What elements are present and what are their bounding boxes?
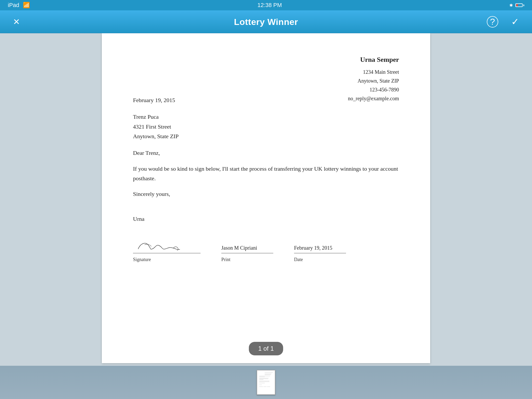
signature-area: Signature Jason M Cipriani Print Februar… [133, 239, 399, 263]
status-bar-right: ✱ [509, 3, 524, 8]
checkmark-icon: ✓ [511, 16, 519, 27]
nav-right-buttons: ? ✓ [484, 14, 522, 30]
main-content: Urna Semper 1234 Main Street Anytown, St… [0, 33, 532, 376]
close-icon: ✕ [13, 17, 20, 27]
device-label: iPad [8, 2, 19, 9]
salutation: Dear Trenz, [133, 148, 399, 157]
date-line-sig: February 19, 2015 [294, 240, 346, 253]
sig-label-signature: Signature [133, 256, 201, 263]
print-block: Jason M Cipriani Print [221, 240, 273, 263]
sender-email: no_reply@example.com [348, 94, 399, 103]
nav-title: Lottery Winner [234, 10, 298, 33]
signature-svg [133, 239, 190, 252]
sender-block: Urna Semper 1234 Main Street Anytown, St… [348, 54, 399, 103]
date-value: February 19, 2015 [294, 244, 332, 252]
status-bar-left: iPad 📶 [8, 2, 30, 9]
sender-phone: 123-456-7890 [348, 85, 399, 94]
nav-bar: ✕ Lottery Winner ? ✓ [0, 10, 532, 33]
status-bar: iPad 📶 12:38 PM ✱ [0, 0, 532, 10]
page-indicator-text: 1 of 1 [258, 345, 274, 352]
wifi-icon: 📶 [23, 2, 30, 9]
print-line: Jason M Cipriani [221, 240, 273, 253]
page-indicator: 1 of 1 [249, 342, 283, 355]
body-paragraph: If you would be so kind to sign below, I… [133, 164, 399, 183]
letter-body: February 19, 2015 Trenz Puca 4321 First … [133, 96, 399, 263]
print-value: Jason M Cipriani [221, 244, 257, 252]
document-wrapper: Urna Semper 1234 Main Street Anytown, St… [102, 33, 430, 363]
battery-icon [515, 3, 524, 7]
thumbnail-strip [0, 366, 532, 399]
thumbnail-mini [258, 371, 274, 393]
help-button[interactable]: ? [484, 14, 501, 30]
recipient-name: Trenz Puca [133, 112, 399, 122]
bluetooth-icon: ✱ [509, 3, 513, 8]
close-button[interactable]: ✕ [10, 14, 23, 29]
signature-block: Signature [133, 239, 201, 263]
date-block: February 19, 2015 Date [294, 240, 346, 263]
help-icon: ? [487, 16, 498, 28]
sender-name-closing: Urna [133, 214, 399, 223]
thumbnail-page-1[interactable] [257, 370, 275, 395]
sig-label-date: Date [294, 256, 346, 263]
status-time: 12:38 PM [257, 2, 282, 9]
sig-label-print: Print [221, 256, 273, 263]
closing: Sincerely yours, Urna [133, 189, 399, 223]
recipient-address2: Anytown, State ZIP [133, 131, 399, 141]
signature-line [133, 239, 201, 253]
sender-name: Urna Semper [348, 54, 399, 65]
sender-address-line1: 1234 Main Street [348, 68, 399, 76]
closing-text: Sincerely yours, [133, 189, 399, 198]
done-button[interactable]: ✓ [509, 14, 522, 30]
recipient-address1: 4321 First Street [133, 122, 399, 131]
recipient-block: Trenz Puca 4321 First Street Anytown, St… [133, 112, 399, 141]
document-page: Urna Semper 1234 Main Street Anytown, St… [102, 33, 430, 363]
sender-address-line2: Anytown, State ZIP [348, 76, 399, 85]
